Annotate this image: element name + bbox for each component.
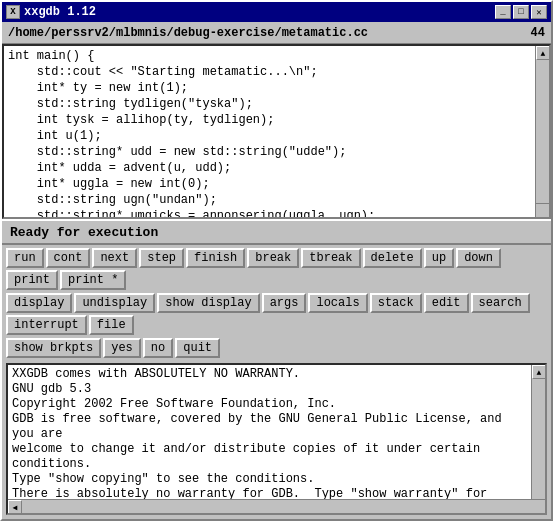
step-button[interactable]: step xyxy=(139,248,184,268)
code-scrollbar-vertical[interactable]: ▲ xyxy=(535,46,549,203)
buttons-area: run cont next step finish break tbreak d… xyxy=(2,245,551,361)
button-row-1: run cont next step finish break tbreak d… xyxy=(6,248,547,290)
status-bar: Ready for execution xyxy=(2,219,551,245)
file-button[interactable]: file xyxy=(89,315,134,335)
file-path: /home/perssrv2/mlbmnis/debug-exercise/me… xyxy=(8,26,368,40)
run-button[interactable]: run xyxy=(6,248,44,268)
search-button[interactable]: search xyxy=(471,293,530,313)
status-text: Ready for execution xyxy=(10,225,158,240)
button-row-3: show brkpts yes no quit xyxy=(6,338,547,358)
title-bar: X xxgdb 1.12 _ □ ✕ xyxy=(2,2,551,22)
down-button[interactable]: down xyxy=(456,248,501,268)
path-bar: /home/perssrv2/mlbmnis/debug-exercise/me… xyxy=(2,22,551,44)
next-button[interactable]: next xyxy=(92,248,137,268)
quit-button[interactable]: quit xyxy=(175,338,220,358)
up-button[interactable]: up xyxy=(424,248,454,268)
title-controls: _ □ ✕ xyxy=(495,5,547,19)
print-star-button[interactable]: print * xyxy=(60,270,126,290)
maximize-button[interactable]: □ xyxy=(513,5,529,19)
tbreak-button[interactable]: tbreak xyxy=(301,248,360,268)
code-area: int main() { std::cout << "Starting meta… xyxy=(2,44,551,219)
button-row-2: display undisplay show display args loca… xyxy=(6,293,547,335)
code-scrollbar-corner xyxy=(535,203,549,217)
window-title: xxgdb 1.12 xyxy=(24,5,96,19)
title-bar-left: X xxgdb 1.12 xyxy=(6,5,96,19)
main-window: X xxgdb 1.12 _ □ ✕ /home/perssrv2/mlbmni… xyxy=(0,0,553,521)
cont-button[interactable]: cont xyxy=(46,248,91,268)
edit-button[interactable]: edit xyxy=(424,293,469,313)
output-content: XXGDB comes with ABSOLUTELY NO WARRANTY.… xyxy=(12,367,541,515)
close-button[interactable]: ✕ xyxy=(531,5,547,19)
display-button[interactable]: display xyxy=(6,293,72,313)
output-scrollbar-horizontal[interactable]: ◀ xyxy=(8,499,545,513)
stack-button[interactable]: stack xyxy=(370,293,422,313)
minimize-button[interactable]: _ xyxy=(495,5,511,19)
finish-button[interactable]: finish xyxy=(186,248,245,268)
scroll-left-arrow-output[interactable]: ◀ xyxy=(8,500,22,514)
yes-button[interactable]: yes xyxy=(103,338,141,358)
scroll-up-arrow-output[interactable]: ▲ xyxy=(532,365,546,379)
undisplay-button[interactable]: undisplay xyxy=(74,293,155,313)
scroll-up-arrow[interactable]: ▲ xyxy=(536,46,550,60)
show-display-button[interactable]: show display xyxy=(157,293,259,313)
app-icon: X xyxy=(6,5,20,19)
output-area: XXGDB comes with ABSOLUTELY NO WARRANTY.… xyxy=(6,363,547,515)
interrupt-button[interactable]: interrupt xyxy=(6,315,87,335)
break-button[interactable]: break xyxy=(247,248,299,268)
code-content: int main() { std::cout << "Starting meta… xyxy=(8,48,545,219)
output-scrollbar-vertical[interactable]: ▲ xyxy=(531,365,545,513)
args-button[interactable]: args xyxy=(262,293,307,313)
show-brkpts-button[interactable]: show brkpts xyxy=(6,338,101,358)
print-button[interactable]: print xyxy=(6,270,58,290)
locals-button[interactable]: locals xyxy=(308,293,367,313)
line-number: 44 xyxy=(531,26,545,40)
no-button[interactable]: no xyxy=(143,338,173,358)
delete-button[interactable]: delete xyxy=(363,248,422,268)
